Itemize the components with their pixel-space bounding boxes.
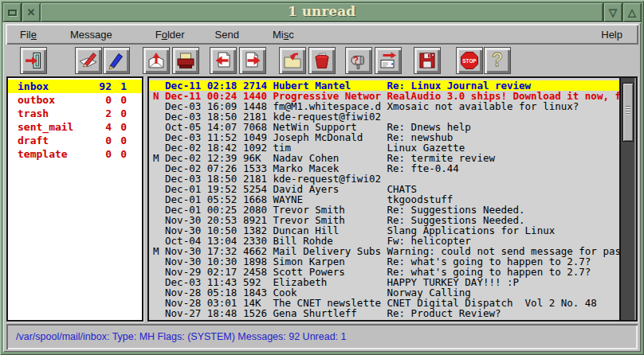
folder-panel: inbox921outbox00trash20sent_mail40draft0…: [6, 76, 143, 322]
menubar: FileMessageFolderSendMiscHelp: [6, 24, 638, 45]
folder-row-inbox[interactable]: inbox921: [8, 80, 142, 93]
folder-unread-count: 1: [112, 80, 127, 93]
folder-unread-count: 0: [112, 134, 127, 147]
trash-icon: [312, 51, 332, 70]
folder-unread-count: 0: [112, 93, 127, 107]
folder-row-outbox[interactable]: outbox00: [8, 93, 142, 107]
send-queue-button[interactable]: *: [375, 47, 402, 74]
compose-icon: [79, 51, 98, 70]
scrollbar-grip-icon: [626, 106, 630, 115]
save-button[interactable]: [414, 47, 441, 74]
folder-row-trash[interactable]: trash20: [8, 107, 142, 120]
mail-fetch-icon: [147, 51, 166, 70]
forward-icon: [243, 51, 262, 70]
edit-button[interactable]: [103, 47, 130, 74]
folder-row-draft[interactable]: draft00: [8, 134, 142, 147]
help-icon: ?: [488, 51, 507, 70]
triangle-up-icon: △: [628, 6, 636, 18]
folder-name: draft: [18, 134, 80, 147]
svg-text:?: ?: [492, 51, 503, 70]
close-button[interactable]: ✕: [22, 2, 41, 22]
folder-name: sent_mail: [18, 120, 80, 134]
stop-button[interactable]: STOP: [456, 47, 483, 74]
menu-item-message[interactable]: Message: [64, 26, 119, 43]
send-queue-icon: *: [379, 51, 398, 70]
iconify-button[interactable]: [2, 2, 22, 22]
mailbox-check-icon: ?: [349, 51, 368, 70]
folder-name: outbox: [18, 93, 80, 107]
statusbar: /var/spool/mail/inbox: Type: MH Flags: (…: [6, 324, 638, 349]
folder-name: inbox: [18, 80, 80, 93]
folder-name: template: [18, 147, 80, 161]
menu-item-file[interactable]: File: [14, 26, 43, 43]
titlebar: ✕ 1 unread ▽ △: [2, 2, 642, 22]
check-mail-button[interactable]: ?: [345, 47, 372, 74]
lower-button[interactable]: ▽: [603, 2, 622, 22]
folder-row-template[interactable]: template00: [8, 147, 142, 161]
floppy-save-icon: [418, 51, 437, 70]
folder-message-count: 2: [80, 107, 112, 120]
folder-move-icon: [283, 51, 302, 70]
minimize-icon: [8, 10, 17, 16]
app-body: FileMessageFolderSendMiscHelp: [3, 22, 641, 352]
toolbar: ? *: [6, 45, 638, 76]
refile-button[interactable]: [279, 47, 306, 74]
menu-item-help[interactable]: Help: [595, 26, 629, 43]
print-button[interactable]: [172, 47, 199, 74]
raise-button[interactable]: △: [622, 2, 642, 22]
stop-icon: STOP: [460, 51, 479, 70]
folder-message-count: 92: [80, 80, 112, 93]
folder-message-count: 0: [80, 147, 112, 161]
reply-icon: [214, 51, 233, 70]
message-list: Dec-11 02:18 2714 Hubert Mantel Re: Linu…: [149, 80, 619, 320]
svg-text:?: ?: [353, 55, 359, 66]
message-panel: Dec-11 02:18 2714 Hubert Mantel Re: Linu…: [147, 76, 638, 322]
door-exit-icon: [24, 51, 43, 70]
folder-unread-count: 0: [112, 147, 127, 161]
folder-message-count: 0: [80, 93, 112, 107]
folder-message-count: 0: [80, 134, 112, 147]
menu-item-send[interactable]: Send: [209, 26, 245, 43]
fetch-mail-button[interactable]: [143, 47, 170, 74]
exit-button[interactable]: [20, 47, 47, 74]
help-button[interactable]: ?: [484, 47, 511, 74]
reply-button[interactable]: [210, 47, 237, 74]
triangle-down-icon: ▽: [609, 6, 617, 18]
window-frame: ✕ 1 unread ▽ △ FileMessageFolderSendMisc…: [0, 0, 644, 355]
message-scrollbar[interactable]: [619, 78, 636, 320]
status-text: /var/spool/mail/inbox: Type: MH Flags: (…: [16, 331, 347, 342]
scrollbar-thumb[interactable]: [622, 83, 634, 142]
window-title: 1 unread: [41, 2, 603, 22]
folder-unread-count: 0: [112, 107, 127, 120]
folder-name: trash: [18, 107, 80, 120]
close-icon: ✕: [27, 6, 36, 18]
folder-row-sent_mail[interactable]: sent_mail40: [8, 120, 142, 134]
delete-button[interactable]: [308, 47, 336, 74]
message-row[interactable]: Nov-27 18:48 1526 Gena Shurtleff Re: Pro…: [149, 308, 619, 318]
pen-icon: [107, 51, 126, 70]
folder-message-count: 4: [80, 120, 112, 134]
forward-button[interactable]: [239, 47, 266, 74]
compose-button[interactable]: [75, 47, 102, 74]
folder-unread-count: 0: [112, 120, 127, 134]
menu-item-misc[interactable]: Misc: [266, 26, 300, 43]
menu-item-folder[interactable]: Folder: [149, 26, 191, 43]
svg-text:STOP: STOP: [462, 58, 477, 64]
printer-icon: [176, 51, 195, 70]
